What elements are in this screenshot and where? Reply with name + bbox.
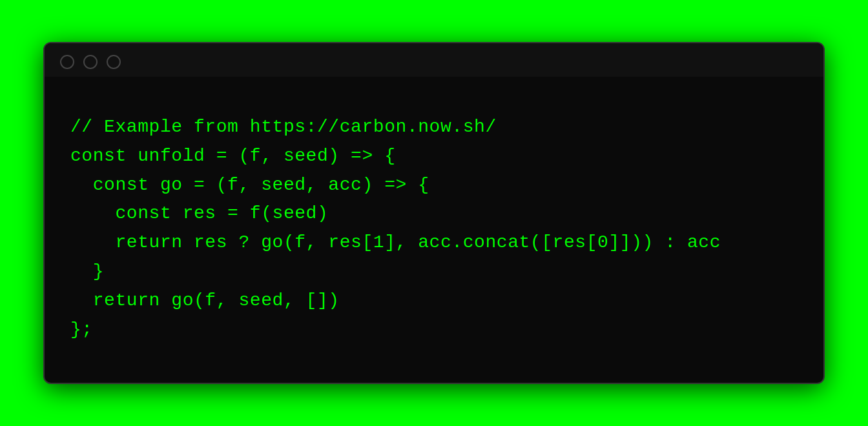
code-area: // Example from https://carbon.now.sh/ c…: [45, 77, 823, 370]
close-button-icon[interactable]: [60, 55, 74, 69]
code-line-return-go: return go(f, seed, []): [70, 287, 798, 316]
code-line-closing-brace: }: [70, 258, 798, 287]
code-line-const-go: const go = (f, seed, acc) => {: [70, 171, 798, 200]
code-line-return-res: return res ? go(f, res[1], acc.concat([r…: [70, 228, 798, 258]
maximize-button-icon[interactable]: [107, 55, 121, 69]
code-line-const-unfold: const unfold = (f, seed) => {: [70, 142, 798, 171]
code-line-end: };: [70, 316, 798, 345]
code-line-const-res: const res = f(seed): [70, 199, 798, 228]
code-window: // Example from https://carbon.now.sh/ c…: [43, 42, 825, 384]
minimize-button-icon[interactable]: [83, 55, 98, 69]
blank-line-1: [70, 95, 798, 113]
code-line-comment: // Example from https://carbon.now.sh/: [70, 113, 798, 142]
title-bar: [45, 43, 823, 77]
